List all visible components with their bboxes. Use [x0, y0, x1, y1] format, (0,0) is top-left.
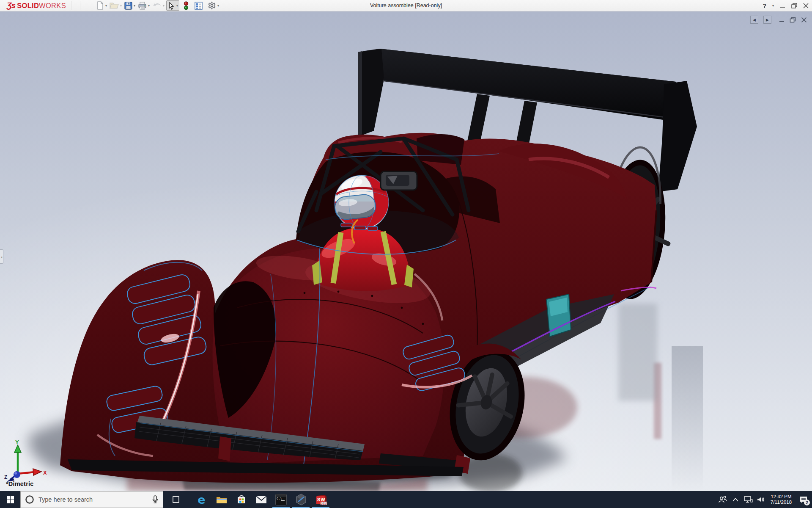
- new-document-button[interactable]: ▾: [96, 0, 108, 11]
- brand-name-light: WORKS: [39, 2, 66, 10]
- search-input[interactable]: [38, 496, 148, 503]
- chevron-up-icon: [732, 498, 738, 502]
- network-icon: [743, 496, 753, 503]
- open-app-indicator: [272, 507, 290, 508]
- solidworks-logo: Ʒs SOLID WORKS: [0, 1, 69, 10]
- taskbar-file-explorer[interactable]: [211, 491, 231, 508]
- restore-button[interactable]: [791, 3, 797, 8]
- traffic-light-icon: [184, 1, 189, 10]
- windows-logo-icon: [7, 496, 14, 503]
- rearview-mirror: [381, 171, 417, 190]
- document-window-controls: ◀ ▶: [750, 16, 807, 24]
- task-view-button[interactable]: [166, 491, 186, 508]
- standard-toolbar: ▾ ▾ ▾ ▾ ▾ ▾ ▾: [96, 0, 220, 11]
- open-app-indicator: [292, 507, 310, 508]
- people-button[interactable]: [716, 491, 729, 508]
- minimize-button[interactable]: [780, 3, 785, 8]
- undo-arrow-icon: [152, 2, 162, 9]
- volume-button[interactable]: [754, 491, 767, 508]
- taskbar-search[interactable]: [20, 491, 163, 508]
- graphics-viewport[interactable]: ◀ ▶ ◂ *Dimetric Y X Z: [0, 11, 812, 491]
- select-cursor-icon: [167, 2, 175, 10]
- title-bar: Ʒs SOLID WORKS ▾ ▾ ▾ ▾ ▾ ▾: [0, 0, 812, 11]
- file-properties-icon: [195, 2, 203, 10]
- microphone-icon[interactable]: [152, 495, 159, 504]
- svg-text:2017: 2017: [321, 502, 327, 505]
- system-tray: 12:42 PM 7/11/2018 2: [716, 491, 812, 508]
- help-button[interactable]: ?: [763, 3, 766, 9]
- cortana-icon: [25, 495, 34, 504]
- doc-close-button[interactable]: [801, 17, 807, 23]
- tray-expand-button[interactable]: [729, 491, 742, 508]
- store-icon: [236, 494, 247, 505]
- 3d-model-canvas[interactable]: [0, 11, 812, 491]
- save-floppy-icon: [124, 2, 132, 10]
- print-button[interactable]: ▾: [137, 0, 151, 11]
- file-properties-button[interactable]: [194, 0, 203, 11]
- save-button[interactable]: ▾: [123, 0, 136, 11]
- mail-icon: [256, 496, 267, 504]
- triad-z-label: Z: [4, 474, 7, 480]
- taskbar-clock[interactable]: 12:42 PM 7/11/2018: [767, 494, 795, 505]
- open-folder-icon: [110, 2, 119, 9]
- printer-icon: [138, 2, 147, 10]
- cad-viewer-icon: [295, 494, 307, 505]
- gear-icon: [208, 1, 216, 10]
- network-button[interactable]: [742, 491, 754, 508]
- people-icon: [718, 496, 727, 503]
- taskbar-store[interactable]: [231, 491, 251, 508]
- brand-name-bold: SOLID: [17, 2, 39, 10]
- svg-text:C:\: C:\: [277, 497, 282, 500]
- clock-date: 7/11/2018: [768, 500, 794, 505]
- help-caret-icon[interactable]: ▾: [772, 4, 774, 8]
- new-document-icon: [96, 1, 104, 10]
- speaker-icon: [757, 496, 765, 503]
- command-prompt-icon: C:\: [275, 494, 287, 505]
- feature-tree-splitter[interactable]: ◂: [0, 249, 3, 264]
- taskbar-cad-viewer[interactable]: [291, 491, 311, 508]
- undo-button[interactable]: ▾: [151, 0, 165, 11]
- rebuild-button[interactable]: [183, 0, 189, 11]
- action-center-button[interactable]: 2: [795, 491, 812, 508]
- triad-y-label: Y: [15, 439, 19, 445]
- triad-x-label: X: [43, 469, 47, 476]
- doc-prev-button[interactable]: ◀: [750, 16, 758, 24]
- select-tool-button[interactable]: ▾: [166, 0, 179, 11]
- ds-logo-icon: Ʒs: [7, 1, 15, 10]
- doc-next-button[interactable]: ▶: [763, 16, 771, 24]
- doc-restore-button[interactable]: [790, 17, 796, 23]
- doc-minimize-button[interactable]: [779, 17, 785, 23]
- start-button[interactable]: [0, 491, 20, 508]
- reference-triad: Y X Z: [3, 438, 50, 482]
- options-button[interactable]: ▾: [207, 0, 220, 11]
- toolbar-flyout-button[interactable]: [71, 1, 80, 10]
- solidworks-2017-icon: SW 2017: [315, 493, 327, 506]
- file-explorer-icon: [216, 495, 227, 504]
- taskbar-edge[interactable]: e: [192, 491, 211, 508]
- window-controls: ? ▾: [763, 0, 809, 11]
- close-button[interactable]: [803, 3, 809, 8]
- taskbar-solidworks[interactable]: SW 2017: [311, 491, 331, 508]
- open-button[interactable]: ▾: [109, 0, 123, 11]
- clock-time: 12:42 PM: [768, 494, 794, 500]
- taskbar-mail[interactable]: [251, 491, 271, 508]
- open-app-indicator: [312, 507, 329, 508]
- svg-text:SW: SW: [317, 497, 326, 502]
- task-view-icon: [172, 495, 180, 504]
- edge-icon: e: [198, 494, 205, 505]
- notification-badge: 2: [804, 500, 810, 505]
- taskbar-command-prompt[interactable]: C:\: [271, 491, 291, 508]
- windows-taskbar: e C:\ SW 2017: [0, 491, 812, 508]
